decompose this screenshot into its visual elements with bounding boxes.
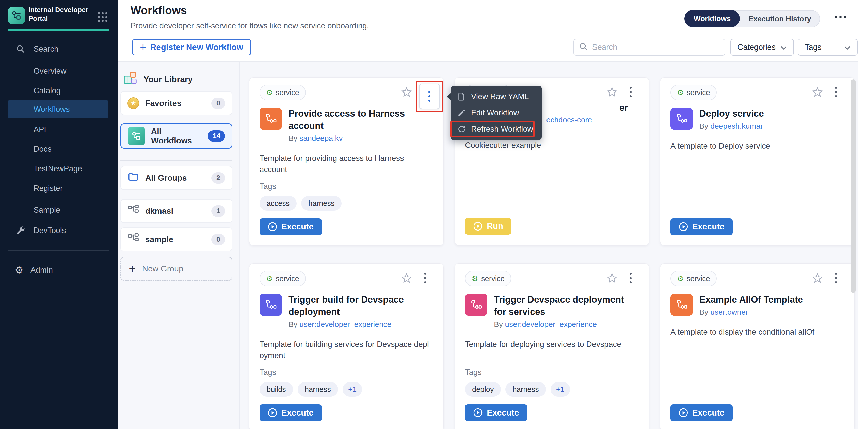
favorite-star-button[interactable]	[401, 273, 412, 285]
scrollbar-gutter	[858, 0, 868, 429]
kebab-menu-button[interactable]	[835, 273, 837, 283]
sidebar-item-sample[interactable]: Sample	[0, 202, 118, 218]
menu-item-refresh-workflow[interactable]: Refresh Workflow	[451, 121, 542, 137]
library-item-sample[interactable]: sample 0	[120, 227, 232, 251]
sidebar-item-api[interactable]: API	[0, 121, 118, 138]
run-button[interactable]: Run	[465, 218, 511, 235]
tag-overflow-pill[interactable]: +1	[551, 382, 570, 397]
card-context-menu: View Raw YAML Edit Workflow Refresh Work…	[451, 86, 542, 140]
scrollbar-thumb[interactable]	[851, 79, 856, 293]
owner-link-fragment[interactable]: echdocs-core	[546, 116, 592, 124]
execute-button[interactable]: Execute	[259, 404, 322, 421]
owner-link[interactable]: deepesh.kumar	[710, 122, 763, 130]
workflow-icon	[671, 293, 693, 316]
sidebar-item-search[interactable]: Search	[0, 40, 118, 58]
favorite-star-button[interactable]	[606, 273, 618, 285]
library-item-dkmasl[interactable]: dkmasl 1	[120, 199, 232, 223]
folder-icon	[127, 171, 139, 185]
page-header: Workflows Provide developer self-service…	[118, 0, 868, 33]
execute-button[interactable]: Execute	[465, 404, 527, 421]
card-byline: By user:owner	[700, 308, 803, 316]
tag-overflow-pill[interactable]: +1	[343, 382, 362, 397]
tag-pill[interactable]: harness	[298, 382, 338, 397]
owner-link[interactable]: user:developer_experience	[300, 320, 391, 328]
sidebar-item-overview[interactable]: Overview	[0, 63, 118, 79]
card-byline: By sandeepa.kv	[288, 134, 433, 143]
owner-link[interactable]: user:developer_experience	[505, 320, 597, 328]
tag-pill[interactable]: builds	[259, 382, 293, 397]
app-grid-icon[interactable]	[98, 12, 107, 22]
new-group-button[interactable]: + New Group	[120, 257, 232, 281]
library-item-all-workflows[interactable]: All Workflows 14	[120, 123, 232, 149]
brand-underline	[8, 29, 109, 31]
card-description: Cookiecutter example	[465, 141, 541, 150]
sidebar-item-catalog[interactable]: Catalog	[0, 83, 118, 99]
menu-item-edit-workflow[interactable]: Edit Workflow	[451, 105, 542, 121]
count-badge: 0	[211, 234, 225, 245]
sidebar-item-devtools[interactable]: DevTools	[0, 222, 118, 239]
sidebar-item-register[interactable]: Register	[0, 180, 118, 196]
kebab-menu-button[interactable]	[629, 87, 631, 97]
search-input[interactable]	[592, 42, 720, 52]
app-logo-icon	[8, 7, 25, 24]
tab-execution-history[interactable]: Execution History	[740, 15, 820, 23]
workflow-card: ⚙ service Trigger build for De	[249, 263, 444, 429]
toolbar: + Register New Workflow Categories Tags	[118, 33, 868, 61]
card-title: Trigger Devspace deployment for services	[494, 293, 639, 318]
tags-section: Tags access harness	[259, 182, 433, 211]
card-title: Trigger build for Devspace deployment	[288, 293, 433, 318]
workflow-icon	[259, 108, 282, 130]
kebab-menu-button[interactable]	[424, 273, 426, 283]
sidebar-item-testnewpage[interactable]: TestNewPage	[0, 161, 118, 177]
tags-dropdown[interactable]: Tags	[798, 39, 858, 56]
execute-button[interactable]: Execute	[671, 404, 733, 421]
category-chip: ⚙ service	[259, 85, 306, 101]
sidebar-item-workflows[interactable]: Workflows	[8, 100, 108, 118]
tag-pill[interactable]: deploy	[465, 382, 501, 397]
group-icon	[127, 233, 139, 246]
count-badge: 14	[208, 131, 225, 142]
tab-workflows[interactable]: Workflows	[684, 10, 740, 27]
tag-pill[interactable]: access	[259, 196, 297, 211]
owner-link[interactable]: user:owner	[710, 308, 748, 316]
sidebar-item-admin[interactable]: ⚙ Admin	[0, 261, 118, 279]
kebab-menu-button[interactable]	[419, 84, 440, 109]
card-description: Template for deploying services to Devsp…	[465, 339, 639, 350]
execute-button[interactable]: Execute	[671, 218, 733, 235]
tags-section: Tags builds harness +1	[259, 368, 433, 397]
favorite-star-button[interactable]	[401, 87, 412, 99]
workflow-card: ⚙ service Trigger Devspace dep	[455, 263, 649, 429]
favorite-star-button[interactable]	[812, 87, 823, 99]
register-new-workflow-button[interactable]: + Register New Workflow	[132, 39, 251, 55]
panel-divider	[239, 61, 240, 429]
count-badge: 1	[211, 205, 225, 217]
card-title-fragment: er	[619, 103, 628, 113]
category-chip: ⚙ service	[671, 85, 717, 101]
workflow-icon	[671, 108, 693, 130]
sidebar: Internal Developer Portal Search Overvie…	[0, 0, 118, 429]
tag-pill[interactable]: harness	[301, 196, 342, 211]
search-icon	[16, 44, 25, 54]
favorite-star-button[interactable]	[606, 87, 618, 99]
execute-button[interactable]: Execute	[259, 218, 322, 235]
favorite-star-button[interactable]	[812, 273, 823, 285]
library-item-favorites[interactable]: ★ Favorites 0	[120, 91, 232, 115]
sidebar-divider	[8, 250, 109, 251]
count-badge: 2	[211, 172, 225, 184]
count-badge: 0	[211, 97, 225, 109]
search-field	[574, 39, 725, 56]
kebab-menu-button[interactable]	[629, 273, 631, 283]
favorites-star-icon: ★	[127, 97, 139, 109]
gear-icon: ⚙	[472, 274, 478, 283]
owner-link[interactable]: sandeepa.kv	[300, 134, 343, 142]
tag-pill[interactable]: harness	[505, 382, 546, 397]
library-item-all-groups[interactable]: All Groups 2	[120, 166, 232, 190]
wrench-icon	[16, 226, 25, 235]
file-icon	[457, 92, 466, 101]
sidebar-item-docs[interactable]: Docs	[0, 141, 118, 157]
categories-dropdown[interactable]: Categories	[731, 39, 794, 56]
more-options-button[interactable]	[835, 16, 846, 18]
kebab-menu-button[interactable]	[835, 87, 837, 97]
card-description: Template for providing access to Harness…	[259, 153, 433, 175]
menu-item-view-raw-yaml[interactable]: View Raw YAML	[451, 88, 542, 105]
